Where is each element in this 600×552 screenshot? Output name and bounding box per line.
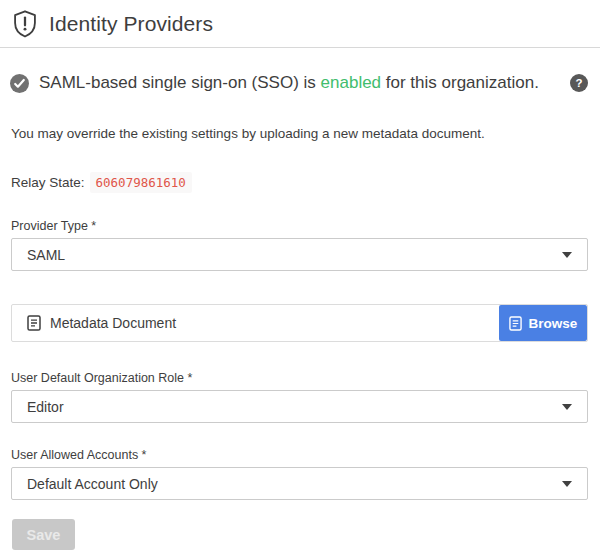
metadata-document-input[interactable]: Metadata Document Browse [11, 304, 588, 342]
identity-providers-page: Identity Providers SAML-based single sig… [0, 0, 600, 550]
metadata-document-placeholder: Metadata Document [50, 315, 176, 331]
page-title: Identity Providers [49, 12, 213, 36]
allowed-accounts-select[interactable]: Default Account Only [11, 467, 588, 500]
svg-text:?: ? [575, 77, 582, 89]
chevron-down-icon [562, 404, 572, 410]
allowed-accounts-field: User Allowed Accounts * Default Account … [11, 448, 588, 500]
browse-button-label: Browse [529, 316, 578, 331]
document-icon [27, 315, 41, 331]
document-upload-icon [509, 316, 522, 331]
allowed-accounts-value: Default Account Only [27, 476, 158, 492]
relay-state-value: 606079861610 [90, 172, 192, 193]
metadata-document-field: Metadata Document Browse [11, 304, 588, 342]
check-circle-icon [10, 74, 29, 93]
org-role-select[interactable]: Editor [11, 390, 588, 423]
org-role-label: User Default Organization Role * [11, 371, 588, 385]
chevron-down-icon [562, 481, 572, 487]
relay-state-label: Relay State: [11, 175, 85, 190]
browse-button[interactable]: Browse [499, 305, 587, 341]
sso-status-text-after: for this organization. [381, 73, 539, 92]
sso-status-enabled: enabled [321, 73, 382, 92]
override-description: You may override the existing settings b… [11, 126, 588, 141]
page-header: Identity Providers [0, 0, 600, 47]
chevron-down-icon [562, 252, 572, 258]
save-button[interactable]: Save [12, 519, 75, 550]
provider-type-select[interactable]: SAML [11, 238, 588, 271]
provider-type-value: SAML [27, 247, 65, 263]
sso-status-text-before: SAML-based single sign-on (SSO) is [39, 73, 321, 92]
metadata-document-display: Metadata Document [12, 305, 499, 341]
help-icon[interactable]: ? [570, 74, 588, 92]
provider-type-label: Provider Type * [11, 219, 588, 233]
relay-state-row: Relay State: 606079861610 [11, 172, 588, 193]
org-role-field: User Default Organization Role * Editor [11, 371, 588, 423]
sso-status-row: SAML-based single sign-on (SSO) is enabl… [10, 73, 588, 93]
org-role-value: Editor [27, 399, 64, 415]
allowed-accounts-label: User Allowed Accounts * [11, 448, 588, 462]
header-divider [0, 47, 600, 48]
provider-type-field: Provider Type * SAML [11, 219, 588, 271]
shield-exclamation-icon [12, 10, 38, 38]
sso-status-text: SAML-based single sign-on (SSO) is enabl… [39, 73, 562, 93]
